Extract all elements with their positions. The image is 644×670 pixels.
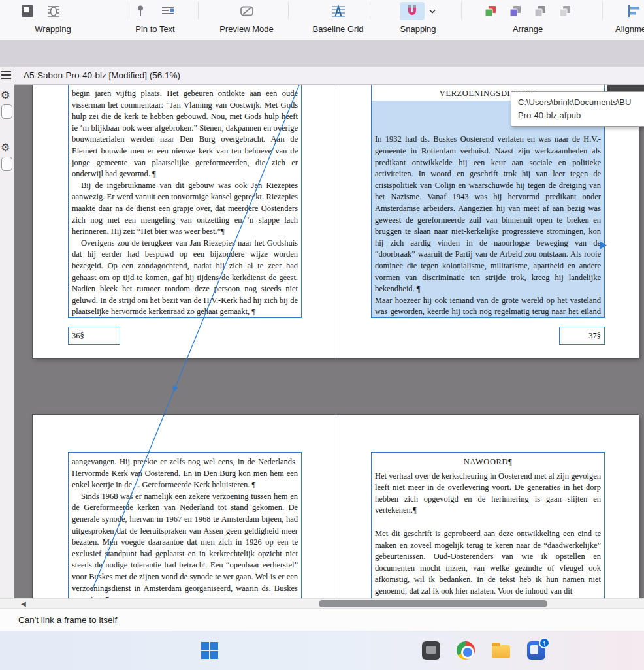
page38-text: aangevangen. Hij preekte er zelfs nog we…	[72, 456, 298, 598]
toolbar-separator	[288, 2, 289, 19]
paragraph: Sinds 1968 was er namelijk een zekere ve…	[72, 491, 298, 598]
start-button[interactable]	[200, 641, 219, 660]
page-divider	[336, 415, 336, 598]
taskbar-app-window[interactable]	[421, 641, 441, 660]
pin-button[interactable]	[132, 3, 149, 20]
wrap-outline-icon	[46, 3, 61, 19]
toolbar-separator	[461, 2, 462, 19]
toolbar-group-baseline-grid: Baseline Grid	[297, 1, 379, 39]
page-number-frame-37[interactable]: 37§	[559, 327, 605, 345]
move-to-front-icon	[483, 3, 498, 19]
page39-heading: NAWOORD¶	[375, 456, 601, 468]
panel-handle[interactable]	[1, 157, 12, 171]
page39-text: Het verhaal over de kerkscheuring in Oos…	[375, 471, 601, 598]
app-window-icon	[422, 641, 440, 660]
toolbar-group-alignment: Alignment	[610, 1, 644, 39]
move-forward-icon	[507, 3, 523, 19]
page-number-37: 37§	[560, 327, 604, 344]
alignment-button[interactable]	[626, 3, 643, 20]
toolbar-group-pin-to-text: Pin to Text	[118, 1, 193, 39]
toolbar-separator	[602, 2, 603, 19]
tooltip-line1: C:\Users\brink\Documents\BU	[518, 96, 644, 109]
paragraph: Het verhaal over de kerkscheuring in Oos…	[375, 471, 601, 517]
paragraph: Overigens zou de terugkeer van Jan Rieze…	[72, 238, 298, 318]
move-to-front-button[interactable]	[483, 3, 498, 20]
teams-icon: 1	[527, 641, 545, 660]
toolbar-group-snapping: Snapping	[384, 1, 452, 39]
wrap-none-button[interactable]	[19, 3, 36, 20]
toolbar-band	[0, 40, 644, 67]
toolbar-group-arrange: Arrange	[489, 1, 567, 39]
hamburger-menu-icon[interactable]	[1, 71, 11, 81]
move-to-back-button[interactable]	[557, 3, 573, 20]
horizontal-scrollbar[interactable]: ◀	[0, 598, 644, 608]
magnet-icon	[404, 3, 420, 19]
baseline-grid-button[interactable]	[330, 3, 347, 20]
document-tab[interactable]: A5-Sabon-Pro-40-blz [Modified] (56.1%)	[24, 67, 180, 85]
page-number-frame-36[interactable]: 36§	[68, 327, 120, 345]
text-frame-page36[interactable]: begin jaren vijftig plaats. Het gebeuren…	[68, 85, 302, 318]
gear-icon[interactable]: ⚙	[1, 141, 10, 153]
toolbar-label-baseline-grid: Baseline Grid	[297, 24, 379, 34]
page-number-36: 36§	[69, 327, 120, 344]
paragraph: Met dit geschrift is geprobeerd aan deze…	[375, 528, 601, 598]
toolbar-group-preview-mode: Preview Mode	[212, 1, 281, 39]
link-line-arrow	[170, 385, 178, 393]
horizontal-scrollbar-thumb[interactable]	[319, 600, 547, 607]
text-frame-page38[interactable]: aangevangen. Hij preekte er zelfs nog we…	[68, 452, 302, 598]
move-backward-button[interactable]	[532, 3, 548, 20]
file-path-tooltip: C:\Users\brink\Documents\BU Pro-40-blz.a…	[511, 91, 644, 127]
move-forward-button[interactable]	[507, 3, 523, 20]
status-bar: Can't link a frame to itself	[0, 608, 644, 631]
page37-text: In 1932 had ds. Buskes Oosterend verlate…	[375, 134, 601, 318]
chevron-down-icon	[429, 9, 436, 14]
page39-content: NAWOORD¶ Het verhaal over de kerkscheuri…	[375, 456, 601, 598]
paragraph: aangevangen. Hij preekte er zelfs nog we…	[72, 456, 298, 491]
tooltip-line2: Pro-40-blz.afpub	[518, 109, 644, 122]
page-divider	[336, 85, 336, 358]
windows-taskbar: Zoeken 1	[0, 631, 644, 670]
document-tab-bar: A5-Sabon-Pro-40-blz [Modified] (56.1%)	[0, 67, 644, 85]
status-message: Can't link a frame to itself	[18, 609, 117, 631]
panel-handle[interactable]	[1, 104, 12, 119]
toolbar-label-snapping: Snapping	[384, 24, 452, 34]
wrap-outline-button[interactable]	[45, 3, 62, 20]
move-backward-icon	[532, 3, 548, 19]
text-frame-page39[interactable]: NAWOORD¶ Het verhaal over de kerkscheuri…	[371, 452, 605, 598]
snapping-toggle-button[interactable]	[400, 2, 425, 20]
baseline-grid-icon	[330, 3, 346, 19]
toolbar-separator	[198, 2, 199, 19]
paragraph: begin jaren vijftig plaats. Het gebeuren…	[72, 88, 298, 180]
paragraph: Bij de ingebruikname van dit gebouw was …	[72, 180, 298, 238]
toolbar-group-wrapping: Wrapping	[16, 1, 89, 39]
toolbar-label-pin-to-text: Pin to Text	[118, 24, 193, 34]
notification-badge: 1	[539, 637, 550, 648]
taskbar-app-chrome[interactable]	[456, 641, 475, 660]
folder-icon	[492, 645, 510, 658]
wrap-none-icon	[20, 3, 35, 19]
app-window: Wrapping Pin to Text Preview Mode	[0, 0, 644, 670]
paragraph: Maar hoezeer hij ook iemand van de grote…	[375, 295, 601, 318]
pin-icon	[133, 3, 148, 19]
preview-mode-button[interactable]	[238, 3, 255, 20]
move-to-back-icon	[557, 3, 573, 19]
toolbar-label-alignment: Alignment	[610, 24, 644, 34]
windows-logo-icon	[201, 642, 218, 659]
alignment-icon	[626, 3, 642, 19]
context-toolbar: Wrapping Pin to Text Preview Mode	[0, 0, 644, 40]
snapping-dropdown-button[interactable]	[428, 9, 437, 14]
left-panel-strip: ⚙ ⚙	[0, 67, 14, 598]
taskbar-app-teams[interactable]: 1	[526, 641, 546, 660]
preview-mode-icon	[239, 3, 255, 19]
toolbar-separator	[370, 2, 370, 19]
scroll-left-arrow[interactable]: ◀	[21, 600, 26, 607]
pin-inline-button[interactable]	[159, 3, 176, 20]
chrome-icon	[457, 641, 475, 660]
gear-icon[interactable]: ⚙	[1, 89, 10, 101]
taskbar-app-explorer[interactable]	[491, 641, 511, 660]
toolbar-label-wrapping: Wrapping	[16, 24, 89, 34]
paragraph: In 1932 had ds. Buskes Oosterend verlate…	[375, 134, 601, 295]
page36-text: begin jaren vijftig plaats. Het gebeuren…	[72, 88, 298, 318]
document-canvas[interactable]: begin jaren vijftig plaats. Het gebeuren…	[14, 85, 644, 598]
toolbar-label-preview-mode: Preview Mode	[212, 24, 281, 34]
